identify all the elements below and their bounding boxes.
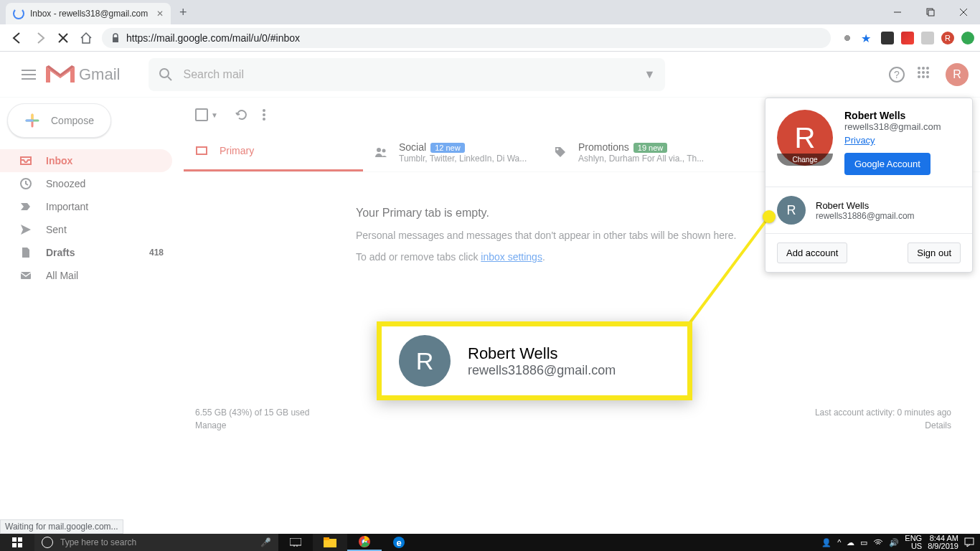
sidebar-item-drafts[interactable]: Drafts 418 — [0, 241, 172, 264]
details-link[interactable]: Details — [925, 420, 951, 430]
cortana-icon — [42, 537, 53, 548]
minimize-button[interactable] — [881, 0, 914, 24]
add-account-button[interactable]: Add account — [777, 242, 847, 263]
maximize-button[interactable] — [914, 0, 947, 24]
system-tray: 👤 ^ ☁ ▭ 🔊 ENGUS 8:44 AM8/9/2019 — [821, 534, 980, 551]
tab-label: Primary — [220, 145, 254, 156]
svg-point-36 — [382, 149, 386, 152]
windows-taskbar: Type here to search 🎤 e 👤 ^ ☁ ▭ 🔊 ENGUS … — [0, 534, 980, 551]
taskbar-search[interactable]: Type here to search 🎤 — [34, 534, 278, 551]
google-apps-icon[interactable] — [917, 66, 934, 83]
bookmark-star-icon[interactable]: ★ — [861, 32, 874, 44]
inbox-settings-link[interactable]: inbox settings — [481, 251, 542, 263]
alt-account-avatar: R — [777, 196, 806, 225]
manage-link[interactable]: Manage — [195, 420, 226, 430]
sidebar-item-snoozed[interactable]: Snoozed — [0, 172, 172, 195]
alt-account-row[interactable]: R Robert Wells rewells31886@gmail.com — [765, 187, 972, 234]
sidebar-item-inbox[interactable]: Inbox — [0, 149, 172, 172]
tray-onedrive-icon[interactable]: ☁ — [847, 538, 854, 547]
svg-point-16 — [922, 67, 925, 70]
tab-badge: 19 new — [633, 143, 667, 153]
important-icon — [19, 200, 33, 213]
notifications-icon[interactable] — [964, 537, 974, 547]
edge-icon[interactable]: e — [382, 534, 416, 551]
forward-button[interactable] — [30, 28, 50, 48]
tab-primary[interactable]: Primary — [184, 132, 363, 171]
tray-wifi-icon[interactable] — [873, 539, 883, 546]
main-menu-button[interactable] — [11, 70, 46, 80]
google-account-button[interactable]: Google Account — [844, 153, 930, 175]
sidebar-item-label: Inbox — [46, 155, 72, 166]
ext-icon[interactable] — [961, 32, 974, 44]
svg-point-11 — [160, 69, 169, 77]
tray-chevron-icon[interactable]: ^ — [837, 538, 841, 547]
sidebar-item-important[interactable]: Important — [0, 195, 172, 218]
ext-icon[interactable] — [841, 32, 854, 44]
support-icon[interactable]: ? — [888, 66, 905, 83]
status-bar: Waiting for mail.google.com... — [0, 519, 123, 534]
tab-title: Inbox - rewells318@gmail.com — [30, 9, 148, 19]
close-tab-icon[interactable]: ✕ — [156, 9, 164, 19]
tab-promotions[interactable]: Promotions19 new Ashlyn, Durham For All … — [542, 132, 722, 171]
search-box[interactable]: ▼ — [149, 58, 665, 91]
svg-rect-34 — [197, 147, 207, 154]
file-explorer-icon[interactable] — [313, 534, 347, 551]
svg-point-35 — [377, 148, 381, 152]
browser-tab[interactable]: Inbox - rewells318@gmail.com ✕ — [6, 3, 171, 24]
svg-rect-39 — [12, 537, 17, 542]
ext-icon[interactable] — [921, 32, 934, 44]
sidebar-item-label: Drafts — [46, 247, 75, 258]
ext-icon[interactable] — [901, 32, 914, 44]
ext-icon[interactable] — [881, 32, 894, 44]
privacy-link[interactable]: Privacy — [844, 135, 941, 146]
new-tab-button[interactable]: + — [179, 5, 187, 20]
tab-subtitle: Tumblr, Twitter, LinkedIn, Di Wa... — [399, 154, 527, 164]
tray-people-icon[interactable]: 👤 — [821, 538, 831, 547]
gmail-logo[interactable]: Gmail — [46, 64, 120, 85]
svg-point-15 — [918, 67, 920, 70]
gmail-logo-icon — [46, 64, 75, 85]
svg-point-21 — [918, 75, 920, 78]
more-icon[interactable] — [263, 108, 265, 121]
select-all-checkbox[interactable] — [195, 108, 208, 121]
chrome-icon[interactable] — [347, 534, 382, 551]
stop-button[interactable] — [53, 28, 73, 48]
compose-button[interactable]: Compose — [7, 103, 111, 138]
tray-volume-icon[interactable]: 🔊 — [889, 538, 899, 547]
svg-rect-41 — [12, 543, 17, 547]
tray-lang[interactable]: ENGUS — [905, 534, 922, 550]
svg-rect-2 — [928, 10, 934, 16]
address-bar: https://mail.google.com/mail/u/0/#inbox … — [0, 24, 980, 52]
select-dropdown-icon[interactable]: ▼ — [211, 111, 218, 119]
change-avatar-label[interactable]: Change — [777, 154, 833, 166]
url-input[interactable]: https://mail.google.com/mail/u/0/#inbox — [102, 28, 831, 48]
tab-subtitle: Ashlyn, Durham For All via., Th... — [578, 154, 704, 164]
browser-tab-strip: Inbox - rewells318@gmail.com ✕ + — [0, 0, 980, 24]
svg-point-19 — [922, 71, 925, 74]
tab-social[interactable]: Social12 new Tumblr, Twitter, LinkedIn, … — [363, 132, 542, 171]
sign-out-button[interactable]: Sign out — [908, 242, 961, 263]
sidebar-item-label: Snoozed — [46, 178, 85, 189]
start-button[interactable] — [0, 534, 34, 551]
close-window-button[interactable] — [947, 0, 980, 24]
search-input[interactable] — [183, 68, 644, 81]
sidebar-item-sent[interactable]: Sent — [0, 218, 172, 241]
task-view-icon[interactable] — [278, 534, 313, 551]
back-button[interactable] — [7, 28, 27, 48]
social-tab-icon — [374, 146, 387, 159]
popup-avatar[interactable]: R Change — [777, 110, 833, 166]
home-button[interactable] — [76, 28, 96, 48]
profile-icon[interactable]: R — [941, 32, 954, 44]
search-options-dropdown[interactable]: ▼ — [644, 68, 656, 81]
account-avatar[interactable]: R — [946, 63, 969, 86]
refresh-icon[interactable] — [235, 108, 248, 121]
mic-icon[interactable]: 🎤 — [260, 537, 271, 547]
drafts-count: 418 — [149, 248, 164, 258]
storage-text: 6.55 GB (43%) of 15 GB used — [195, 408, 309, 418]
footer-info: 6.55 GB (43%) of 15 GB used Manage Last … — [195, 408, 951, 433]
tray-battery-icon[interactable]: ▭ — [860, 538, 867, 547]
svg-rect-40 — [18, 537, 22, 542]
svg-rect-53 — [965, 538, 974, 545]
tray-clock[interactable]: 8:44 AM8/9/2019 — [928, 534, 958, 550]
sidebar-item-allmail[interactable]: All Mail — [0, 264, 172, 287]
